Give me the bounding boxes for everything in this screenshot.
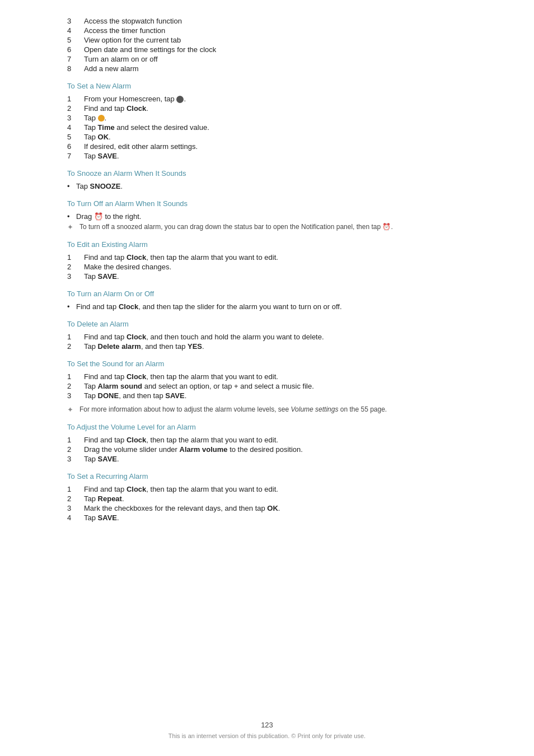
- section-title-adjust-volume: To Adjust the Volume Level for an Alarm: [67, 423, 467, 431]
- list-item: 2 Find and tap Clock.: [67, 104, 467, 113]
- section-title-edit-alarm: To Edit an Existing Alarm: [67, 240, 467, 249]
- section-delete-alarm: To Delete an Alarm 1 Find and tap Clock,…: [67, 320, 467, 351]
- intro-list: 3 Access the stopwatch function 4 Access…: [67, 17, 467, 73]
- list-item: 1 Find and tap Clock, and then touch and…: [67, 333, 467, 341]
- tip-item: ✦ To turn off a snoozed alarm, you can d…: [67, 223, 467, 231]
- list-item: 2 Drag the volume slider under Alarm vol…: [67, 445, 467, 454]
- bullet-item: • Tap SNOOZE.: [67, 182, 467, 190]
- page: 3 Access the stopwatch function 4 Access…: [0, 0, 534, 756]
- list-item: 3 Tap .: [67, 114, 467, 122]
- section-set-sound: To Set the Sound for an Alarm 1 Find and…: [67, 360, 467, 414]
- section-title-turn-on-off-alarm: To Turn an Alarm On or Off: [67, 290, 467, 298]
- footer: 123 This is an internet version of this …: [0, 721, 534, 739]
- section-title-set-sound: To Set the Sound for an Alarm: [67, 360, 467, 368]
- section-title-set-new-alarm: To Set a New Alarm: [67, 82, 467, 90]
- section-set-new-alarm: To Set a New Alarm 1 From your Homescree…: [67, 82, 467, 160]
- list-item: 3 Access the stopwatch function: [67, 17, 467, 25]
- list-item: 1 Find and tap Clock, then tap the alarm…: [67, 485, 467, 493]
- bullet-item: • Drag ⏰ to the right.: [67, 212, 467, 221]
- list-item: 8 Add a new alarm: [67, 64, 467, 73]
- apps-icon: [176, 96, 184, 103]
- list-item: 1 Find and tap Clock, then tap the alarm…: [67, 436, 467, 444]
- section-title-delete-alarm: To Delete an Alarm: [67, 320, 467, 328]
- section-turn-off-alarm: To Turn Off an Alarm When It Sounds • Dr…: [67, 199, 467, 231]
- list-item: 6 Open date and time settings for the cl…: [67, 45, 467, 54]
- delete-alarm-steps: 1 Find and tap Clock, and then touch and…: [67, 333, 467, 351]
- list-item: 2 Tap Repeat.: [67, 494, 467, 503]
- list-item: 6 If desired, edit other alarm settings.: [67, 142, 467, 151]
- tip-item-sound: ✦ For more information about how to adju…: [67, 405, 467, 414]
- list-item: 2 Make the desired changes.: [67, 263, 467, 271]
- list-item: 2 Tap Delete alarm, and then tap YES.: [67, 342, 467, 351]
- section-adjust-volume: To Adjust the Volume Level for an Alarm …: [67, 423, 467, 463]
- list-item: 4 Access the timer function: [67, 26, 467, 35]
- list-item: 7 Tap SAVE.: [67, 152, 467, 160]
- page-number: 123: [0, 721, 534, 729]
- list-item: 4 Tap Time and select the desired value.: [67, 123, 467, 132]
- section-title-turn-off-alarm: To Turn Off an Alarm When It Sounds: [67, 199, 467, 208]
- set-new-alarm-steps: 1 From your Homescreen, tap . 2 Find and…: [67, 95, 467, 160]
- footer-text: This is an internet version of this publ…: [0, 732, 534, 739]
- edit-alarm-steps: 1 Find and tap Clock, then tap the alarm…: [67, 253, 467, 281]
- list-item: 2 Tap Alarm sound and select an option, …: [67, 382, 467, 390]
- list-item: 3 Tap SAVE.: [67, 272, 467, 281]
- list-item: 3 Mark the checkboxes for the relevant d…: [67, 504, 467, 512]
- list-item: 7 Turn an alarm on or off: [67, 55, 467, 63]
- bullet-item: • Find and tap Clock, and then tap the s…: [67, 302, 467, 311]
- recurring-alarm-steps: 1 Find and tap Clock, then tap the alarm…: [67, 485, 467, 522]
- adjust-volume-steps: 1 Find and tap Clock, then tap the alarm…: [67, 436, 467, 463]
- list-item: 5 Tap OK.: [67, 133, 467, 141]
- list-item: 1 From your Homescreen, tap .: [67, 95, 467, 103]
- section-edit-alarm: To Edit an Existing Alarm 1 Find and tap…: [67, 240, 467, 281]
- set-sound-steps: 1 Find and tap Clock, then tap the alarm…: [67, 372, 467, 400]
- list-item: 1 Find and tap Clock, then tap the alarm…: [67, 253, 467, 262]
- section-recurring-alarm: To Set a Recurring Alarm 1 Find and tap …: [67, 472, 467, 522]
- section-turn-on-off-alarm: To Turn an Alarm On or Off • Find and ta…: [67, 290, 467, 311]
- section-title-recurring-alarm: To Set a Recurring Alarm: [67, 472, 467, 480]
- list-item: 5 View option for the current tab: [67, 36, 467, 44]
- list-item: 4 Tap SAVE.: [67, 514, 467, 522]
- orange-dot-icon: [98, 115, 105, 122]
- section-snooze-alarm: To Snooze an Alarm When It Sounds • Tap …: [67, 169, 467, 190]
- list-item: 1 Find and tap Clock, then tap the alarm…: [67, 372, 467, 381]
- list-item: 3 Tap SAVE.: [67, 455, 467, 463]
- list-item: 3 Tap DONE, and then tap SAVE.: [67, 391, 467, 400]
- section-title-snooze-alarm: To Snooze an Alarm When It Sounds: [67, 169, 467, 178]
